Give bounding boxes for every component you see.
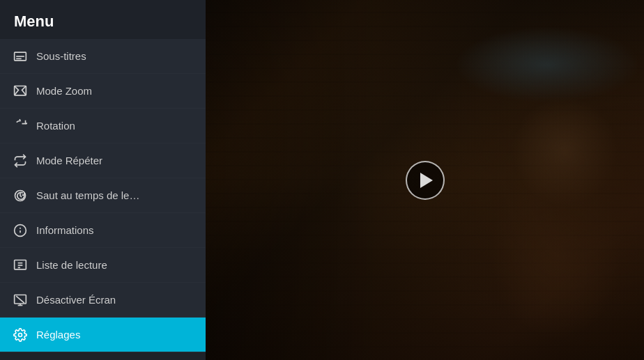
svg-point-16 bbox=[19, 333, 22, 336]
sidebar-item-label: Mode Répéter bbox=[36, 155, 102, 166]
sidebar: Menu Sous-titres Mode Zoom Rotation Mode… bbox=[0, 0, 206, 360]
sidebar-item-label: Sous-titres bbox=[36, 50, 86, 62]
menu-title: Menu bbox=[0, 0, 206, 39]
sidebar-item-informations[interactable]: Informations bbox=[0, 213, 206, 248]
skip-time-icon bbox=[13, 188, 28, 203]
sidebar-item-label: Informations bbox=[36, 224, 94, 236]
sidebar-item-liste-lecture[interactable]: Liste de lecture bbox=[0, 248, 206, 283]
sidebar-item-reglages[interactable]: Réglages bbox=[0, 318, 206, 352]
sidebar-item-desactiver-ecran[interactable]: Désactiver Écran bbox=[0, 283, 206, 318]
sidebar-item-rotation[interactable]: Rotation bbox=[0, 109, 206, 143]
sidebar-item-label: Rotation bbox=[36, 120, 75, 132]
sidebar-item-label: Liste de lecture bbox=[36, 259, 107, 271]
repeat-icon bbox=[13, 153, 28, 169]
sidebar-item-saut-temps[interactable]: Saut au temps de le… bbox=[0, 178, 206, 213]
svg-line-15 bbox=[16, 296, 24, 303]
sidebar-item-label: Réglages bbox=[36, 329, 80, 341]
sidebar-item-mode-repeter[interactable]: Mode Répéter bbox=[0, 143, 206, 178]
screen-off-icon bbox=[13, 292, 28, 308]
rotation-icon bbox=[13, 118, 28, 134]
video-area[interactable] bbox=[206, 0, 644, 360]
sidebar-item-label: Mode Zoom bbox=[36, 85, 92, 97]
play-button[interactable] bbox=[406, 161, 445, 200]
sidebar-item-label: Saut au temps de le… bbox=[36, 189, 139, 201]
subtitles-icon bbox=[13, 49, 28, 64]
sidebar-item-mode-zoom[interactable]: Mode Zoom bbox=[0, 74, 206, 109]
settings-icon bbox=[13, 327, 28, 343]
sidebar-item-sous-titres[interactable]: Sous-titres bbox=[0, 39, 206, 74]
info-icon bbox=[13, 223, 28, 238]
zoom-icon bbox=[13, 84, 28, 99]
sidebar-item-label: Désactiver Écran bbox=[36, 294, 116, 306]
playlist-icon bbox=[13, 258, 28, 273]
